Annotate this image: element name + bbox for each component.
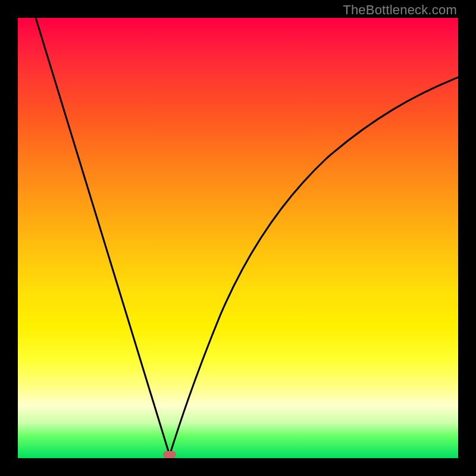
curve-path [36,18,458,455]
watermark-text: TheBottleneck.com [343,2,457,18]
optimum-marker [163,451,176,458]
bottleneck-curve [18,18,458,458]
